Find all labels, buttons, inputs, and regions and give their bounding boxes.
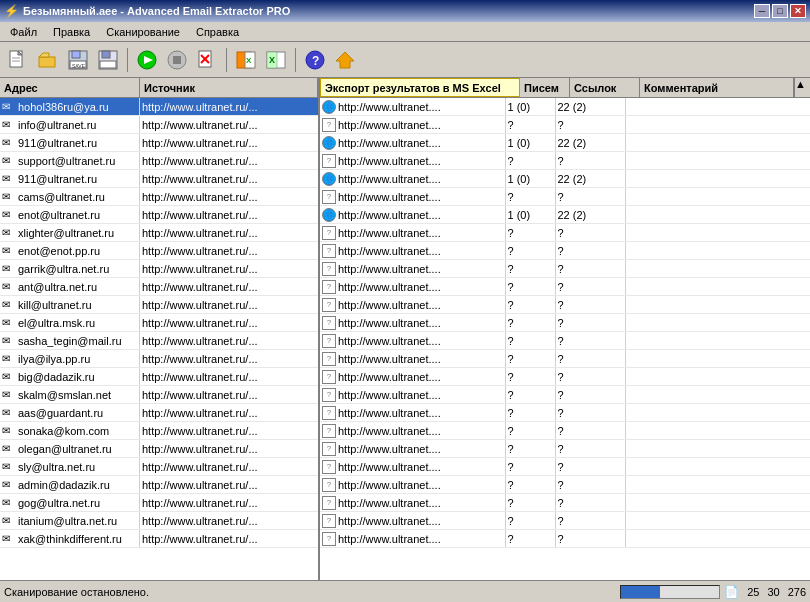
maximize-button[interactable]: □: [772, 4, 788, 18]
menu-help[interactable]: Справка: [188, 24, 247, 40]
email-row[interactable]: xak@thinkdifferent.ru http://www.ultrane…: [0, 530, 318, 548]
separator-3: [295, 48, 296, 72]
right-links: ?: [556, 152, 626, 169]
right-row[interactable]: ? http://www.ultranet.... ? ?: [320, 242, 810, 260]
email-row[interactable]: kill@ultranet.ru http://www.ultranet.ru/…: [0, 296, 318, 314]
right-row[interactable]: ? http://www.ultranet.... ? ?: [320, 314, 810, 332]
email-row[interactable]: gog@ultra.net.ru http://www.ultranet.ru/…: [0, 494, 318, 512]
email-row[interactable]: aas@guardant.ru http://www.ultranet.ru/.…: [0, 404, 318, 422]
email-row[interactable]: sly@ultra.net.ru http://www.ultranet.ru/…: [0, 458, 318, 476]
right-src: 🌐 http://www.ultranet....: [320, 206, 506, 223]
excel-button[interactable]: X: [262, 46, 290, 74]
right-row[interactable]: ? http://www.ultranet.... ? ?: [320, 512, 810, 530]
email-row[interactable]: 911@ultranet.ru http://www.ultranet.ru/.…: [0, 170, 318, 188]
email-row[interactable]: xlighter@ultranet.ru http://www.ultranet…: [0, 224, 318, 242]
right-row[interactable]: 🌐 http://www.ultranet.... 1 (0) 22 (2): [320, 134, 810, 152]
right-row[interactable]: ? http://www.ultranet.... ? ?: [320, 152, 810, 170]
email-addr: sonaka@kom.com: [0, 422, 140, 439]
email-addr: 911@ultranet.ru: [0, 134, 140, 151]
right-row[interactable]: 🌐 http://www.ultranet.... 1 (0) 22 (2): [320, 206, 810, 224]
email-row[interactable]: sonaka@kom.com http://www.ultranet.ru/..…: [0, 422, 318, 440]
question-icon: ?: [322, 478, 336, 492]
right-row[interactable]: ? http://www.ultranet.... ? ?: [320, 440, 810, 458]
email-addr: enot@ultranet.ru: [0, 206, 140, 223]
email-row[interactable]: 911@ultranet.ru http://www.ultranet.ru/.…: [0, 134, 318, 152]
status-bar: Сканирование остановлено. 📄 25 30 276: [0, 580, 810, 602]
email-row[interactable]: hohol386ru@ya.ru http://www.ultranet.ru/…: [0, 98, 318, 116]
right-row[interactable]: ? http://www.ultranet.... ? ?: [320, 494, 810, 512]
right-row[interactable]: ? http://www.ultranet.... ? ?: [320, 458, 810, 476]
right-row[interactable]: 🌐 http://www.ultranet.... 1 (0) 22 (2): [320, 98, 810, 116]
right-row[interactable]: ? http://www.ultranet.... ? ?: [320, 386, 810, 404]
right-src: ? http://www.ultranet....: [320, 350, 506, 367]
email-addr: olegan@ultranet.ru: [0, 440, 140, 457]
col-header-export: Экспорт результатов в MS Excel: [320, 78, 520, 97]
right-row[interactable]: 🌐 http://www.ultranet.... 1 (0) 22 (2): [320, 170, 810, 188]
right-row[interactable]: ? http://www.ultranet.... ? ?: [320, 422, 810, 440]
right-emails: ?: [506, 386, 556, 403]
home-button[interactable]: [331, 46, 359, 74]
delete-button[interactable]: [193, 46, 221, 74]
left-panel: Адрес Источник hohol386ru@ya.ru http://w…: [0, 78, 320, 580]
right-row[interactable]: ? http://www.ultranet.... ? ?: [320, 116, 810, 134]
right-links: 22 (2): [556, 170, 626, 187]
title-bar-icon: ⚡: [4, 4, 19, 18]
right-row[interactable]: ? http://www.ultranet.... ? ?: [320, 260, 810, 278]
right-comment: [626, 242, 811, 259]
email-src: http://www.ultranet.ru/...: [140, 152, 318, 169]
open-button[interactable]: [34, 46, 62, 74]
email-row[interactable]: big@dadazik.ru http://www.ultranet.ru/..…: [0, 368, 318, 386]
email-row[interactable]: skalm@smslan.net http://www.ultranet.ru/…: [0, 386, 318, 404]
play-button[interactable]: [133, 46, 161, 74]
right-links: ?: [556, 188, 626, 205]
close-button[interactable]: ✕: [790, 4, 806, 18]
question-icon: ?: [322, 190, 336, 204]
email-row[interactable]: enot@ultranet.ru http://www.ultranet.ru/…: [0, 206, 318, 224]
email-row[interactable]: ant@ultra.net.ru http://www.ultranet.ru/…: [0, 278, 318, 296]
right-row[interactable]: ? http://www.ultranet.... ? ?: [320, 368, 810, 386]
stop-button[interactable]: [163, 46, 191, 74]
right-row[interactable]: ? http://www.ultranet.... ? ?: [320, 476, 810, 494]
export-button[interactable]: X: [232, 46, 260, 74]
email-addr: cams@ultranet.ru: [0, 188, 140, 205]
menu-edit[interactable]: Правка: [45, 24, 98, 40]
right-row[interactable]: ? http://www.ultranet.... ? ?: [320, 404, 810, 422]
svg-marker-5: [39, 53, 49, 57]
right-src: ? http://www.ultranet....: [320, 152, 506, 169]
email-row[interactable]: sasha_tegin@mail.ru http://www.ultranet.…: [0, 332, 318, 350]
right-links: ?: [556, 440, 626, 457]
email-row[interactable]: support@ultranet.ru http://www.ultranet.…: [0, 152, 318, 170]
email-row[interactable]: cams@ultranet.ru http://www.ultranet.ru/…: [0, 188, 318, 206]
menu-file[interactable]: Файл: [2, 24, 45, 40]
email-row[interactable]: info@ultranet.ru http://www.ultranet.ru/…: [0, 116, 318, 134]
minimize-button[interactable]: ─: [754, 4, 770, 18]
email-row[interactable]: itanium@ultra.net.ru http://www.ultranet…: [0, 512, 318, 530]
email-row[interactable]: olegan@ultranet.ru http://www.ultranet.r…: [0, 440, 318, 458]
email-row[interactable]: el@ultra.msk.ru http://www.ultranet.ru/.…: [0, 314, 318, 332]
email-row[interactable]: admin@dadazik.ru http://www.ultranet.ru/…: [0, 476, 318, 494]
count-1: 25: [747, 586, 759, 598]
right-row[interactable]: ? http://www.ultranet.... ? ?: [320, 224, 810, 242]
right-row[interactable]: ? http://www.ultranet.... ? ?: [320, 188, 810, 206]
email-row[interactable]: ilya@ilya.pp.ru http://www.ultranet.ru/.…: [0, 350, 318, 368]
save-button[interactable]: [94, 46, 122, 74]
right-emails: ?: [506, 188, 556, 205]
new-button[interactable]: [4, 46, 32, 74]
menu-scan[interactable]: Сканирование: [98, 24, 188, 40]
help-button[interactable]: ?: [301, 46, 329, 74]
right-row[interactable]: ? http://www.ultranet.... ? ?: [320, 296, 810, 314]
right-links: ?: [556, 332, 626, 349]
progress-fill: [621, 586, 660, 598]
right-list[interactable]: 🌐 http://www.ultranet.... 1 (0) 22 (2) ?…: [320, 98, 810, 580]
email-row[interactable]: garrik@ultra.net.ru http://www.ultranet.…: [0, 260, 318, 278]
right-comment: [626, 206, 811, 223]
email-row[interactable]: enot@enot.pp.ru http://www.ultranet.ru/.…: [0, 242, 318, 260]
right-row[interactable]: ? http://www.ultranet.... ? ?: [320, 278, 810, 296]
col-header-emails: Писем: [520, 78, 570, 97]
save-as-button[interactable]: SAVE: [64, 46, 92, 74]
right-row[interactable]: ? http://www.ultranet.... ? ?: [320, 350, 810, 368]
right-row[interactable]: ? http://www.ultranet.... ? ?: [320, 530, 810, 548]
email-list[interactable]: hohol386ru@ya.ru http://www.ultranet.ru/…: [0, 98, 318, 580]
right-row[interactable]: ? http://www.ultranet.... ? ?: [320, 332, 810, 350]
right-comment: [626, 314, 811, 331]
